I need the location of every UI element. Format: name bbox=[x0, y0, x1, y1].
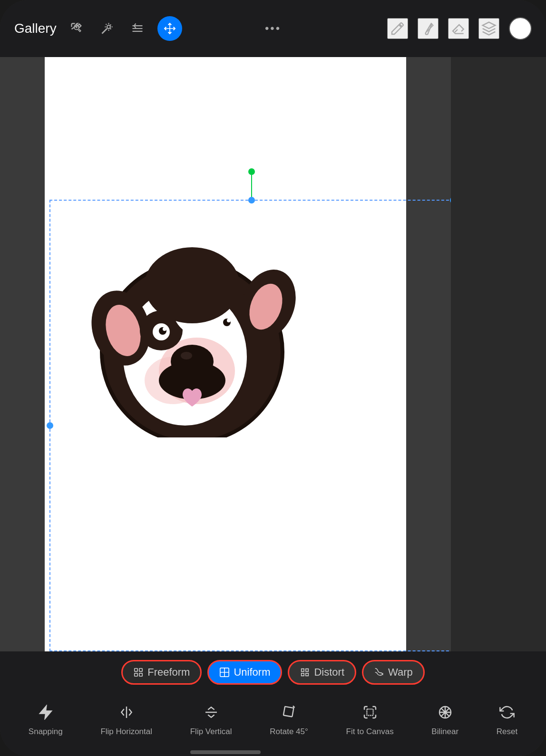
rotate45-button[interactable]: Rotate 45° bbox=[270, 705, 308, 737]
smudge-button[interactable] bbox=[418, 18, 439, 39]
uniform-tab[interactable]: Uniform bbox=[207, 660, 282, 685]
flip-vertical-button[interactable]: Flip Vertical bbox=[190, 705, 232, 737]
white-canvas[interactable] bbox=[45, 57, 406, 651]
mode-tabs-row: Freeform Uniform Distort bbox=[0, 651, 546, 689]
transform-button[interactable] bbox=[157, 16, 182, 41]
svg-point-20 bbox=[145, 247, 240, 323]
layers-button[interactable] bbox=[478, 18, 499, 39]
bilinear-button[interactable]: Bilinear bbox=[431, 705, 458, 737]
fit-canvas-icon bbox=[362, 705, 378, 723]
snapping-icon bbox=[38, 705, 53, 723]
rotation-handle-line bbox=[251, 172, 252, 201]
reset-button[interactable]: Reset bbox=[497, 705, 517, 737]
history-button[interactable] bbox=[127, 18, 148, 39]
svg-point-15 bbox=[227, 319, 231, 322]
edge-handle-top[interactable] bbox=[248, 197, 255, 204]
gallery-button[interactable]: Gallery bbox=[14, 21, 57, 36]
top-bar-right bbox=[281, 17, 532, 40]
freeform-tab[interactable]: Freeform bbox=[121, 660, 202, 685]
top-bar-center: ••• bbox=[265, 22, 281, 35]
svg-rect-27 bbox=[367, 709, 373, 715]
eraser-button[interactable] bbox=[448, 18, 469, 39]
rotate45-icon bbox=[282, 705, 297, 723]
edge-handle-left[interactable] bbox=[47, 422, 53, 429]
flip-horizontal-icon bbox=[119, 705, 134, 723]
svg-point-17 bbox=[181, 352, 192, 359]
svg-point-12 bbox=[163, 327, 166, 331]
fit-to-canvas-button[interactable]: Fit to Canvas bbox=[346, 705, 394, 737]
dog-illustration bbox=[83, 209, 302, 437]
svg-rect-24 bbox=[139, 673, 142, 676]
top-bar-left: Gallery bbox=[14, 16, 265, 41]
tablet-frame: Gallery bbox=[0, 0, 546, 756]
svg-rect-22 bbox=[139, 669, 142, 671]
canvas-area[interactable] bbox=[0, 57, 451, 651]
scroll-indicator bbox=[190, 750, 261, 754]
rotation-handle[interactable] bbox=[248, 168, 255, 175]
brush-button[interactable] bbox=[387, 18, 408, 39]
magic-wand-button[interactable] bbox=[97, 18, 117, 39]
top-bar: Gallery bbox=[0, 0, 546, 57]
warp-tab[interactable]: Warp bbox=[362, 660, 425, 685]
svg-rect-23 bbox=[135, 673, 137, 676]
svg-point-0 bbox=[107, 25, 110, 29]
action-buttons-row: Snapping Flip Horizontal bbox=[0, 689, 546, 756]
bottom-toolbar: Freeform Uniform Distort bbox=[0, 651, 546, 756]
more-options-icon: ••• bbox=[265, 22, 281, 35]
snapping-button[interactable]: Snapping bbox=[29, 705, 63, 737]
flip-vertical-icon bbox=[204, 705, 219, 723]
svg-rect-21 bbox=[135, 669, 137, 671]
flip-horizontal-button[interactable]: Flip Horizontal bbox=[100, 705, 152, 737]
bilinear-icon bbox=[438, 705, 453, 723]
svg-rect-26 bbox=[283, 706, 293, 717]
settings-icon-button[interactable] bbox=[66, 18, 87, 39]
reset-icon bbox=[499, 705, 515, 723]
distort-tab[interactable]: Distort bbox=[288, 660, 356, 685]
color-picker[interactable] bbox=[509, 17, 532, 40]
